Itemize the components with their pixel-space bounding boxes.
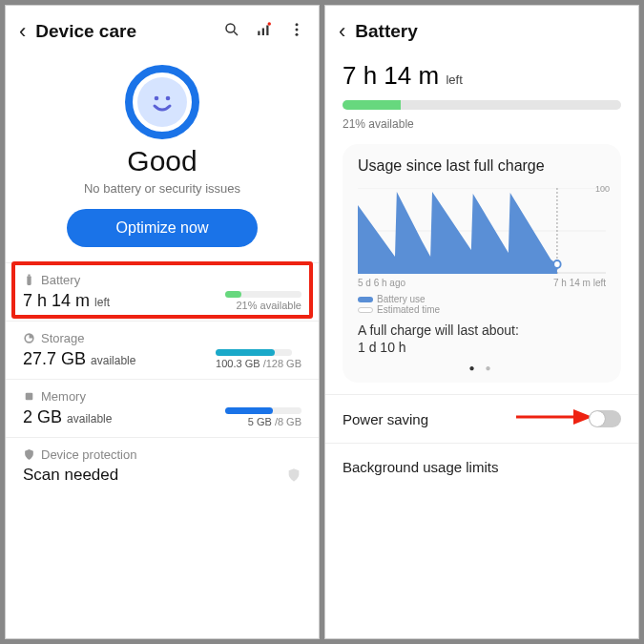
storage-suffix: available	[91, 354, 135, 367]
power-saving-row[interactable]: Power saving	[325, 394, 638, 443]
back-icon[interactable]: ‹	[19, 19, 35, 44]
storage-value: 27.7 GB	[23, 349, 86, 368]
battery-percent: 21% available	[225, 300, 301, 311]
search-icon[interactable]	[223, 21, 240, 42]
svg-point-10	[166, 96, 171, 101]
svg-point-5	[268, 22, 271, 25]
header: ‹ Device care	[6, 6, 319, 52]
svg-point-6	[296, 23, 299, 26]
storage-bar	[216, 349, 292, 356]
legend-est: Estimated time	[377, 304, 440, 315]
bg-limits-row[interactable]: Background usage limits	[325, 443, 638, 490]
battery-time: 7 h 14 m	[23, 291, 90, 310]
optimize-button[interactable]: Optimize now	[67, 209, 258, 247]
storage-icon	[23, 332, 35, 344]
protection-status: Scan needed	[23, 466, 118, 485]
battery-progress	[343, 100, 621, 110]
full-charge-value: 1 d 10 h	[358, 340, 606, 355]
shield-icon	[23, 448, 35, 461]
memory-suffix: available	[67, 412, 112, 426]
time-remaining: 7 h 14 m	[343, 61, 439, 90]
full-charge-line: A full charge will last about:	[358, 322, 606, 338]
power-saving-toggle[interactable]	[589, 410, 621, 427]
storage-used: 100.3 GB	[216, 358, 260, 369]
signal-icon[interactable]	[256, 21, 273, 42]
time-suffix: left	[446, 73, 462, 87]
svg-point-9	[155, 96, 159, 101]
svg-point-8	[296, 33, 299, 36]
page-title: Battery	[355, 21, 625, 42]
memory-bar	[225, 407, 301, 414]
status-sub: No battery or security issues	[6, 181, 319, 196]
storage-label: Storage	[41, 331, 85, 345]
storage-total: /128 GB	[263, 358, 301, 369]
svg-rect-3	[262, 29, 264, 36]
memory-total: /8 GB	[275, 416, 301, 427]
svg-point-7	[296, 29, 299, 31]
storage-section[interactable]: Storage 27.7 GB available 100.3 GB /128 …	[6, 321, 319, 379]
battery-percent: 21% available	[343, 117, 621, 131]
page-dots: ● ●	[358, 363, 606, 373]
svg-rect-2	[258, 31, 260, 36]
back-icon[interactable]: ‹	[339, 19, 355, 44]
svg-rect-14	[26, 393, 33, 401]
status-icon-wrap	[6, 65, 319, 139]
memory-used: 5 GB	[248, 416, 272, 427]
battery-icon	[23, 274, 35, 286]
usage-card[interactable]: Usage since last full charge 100 5 d 6 h…	[343, 144, 621, 383]
usage-chart: 100	[358, 188, 606, 274]
svg-point-0	[226, 24, 235, 32]
svg-point-19	[553, 260, 560, 268]
header: ‹ Battery	[325, 6, 638, 52]
bg-limits-label: Background usage limits	[343, 459, 498, 475]
memory-section[interactable]: Memory 2 GB available 5 GB /8 GB	[6, 379, 319, 437]
status-label: Good	[6, 145, 319, 177]
range-start: 5 d 6 h ago	[358, 278, 405, 288]
device-care-screen: ‹ Device care Good No battery or securit…	[5, 5, 320, 639]
svg-rect-12	[28, 275, 30, 277]
power-saving-label: Power saving	[343, 411, 428, 427]
arrow-annotation	[516, 408, 592, 426]
battery-screen: ‹ Battery 7 h 14 m left 21% available Us…	[324, 5, 639, 639]
page-title: Device care	[35, 21, 223, 42]
battery-label: Battery	[41, 273, 80, 287]
axis-max: 100	[595, 184, 610, 194]
range-end: 7 h 14 m left	[553, 278, 606, 288]
smiley-icon	[125, 65, 199, 139]
battery-section[interactable]: Battery 7 h 14 m left 21% available	[6, 262, 319, 321]
memory-value: 2 GB	[23, 407, 62, 426]
battery-bar	[225, 291, 301, 298]
svg-line-1	[234, 31, 238, 35]
protection-label: Device protection	[41, 447, 136, 462]
battery-suffix: left	[94, 296, 110, 309]
memory-label: Memory	[41, 389, 86, 404]
shield-grey-icon	[286, 466, 301, 485]
protection-section[interactable]: Device protection Scan needed	[6, 437, 319, 494]
more-icon[interactable]	[288, 21, 305, 42]
card-title: Usage since last full charge	[358, 157, 606, 175]
svg-rect-11	[27, 276, 31, 285]
legend-use: Battery use	[377, 294, 426, 304]
memory-icon	[23, 390, 35, 403]
svg-rect-4	[266, 26, 268, 36]
